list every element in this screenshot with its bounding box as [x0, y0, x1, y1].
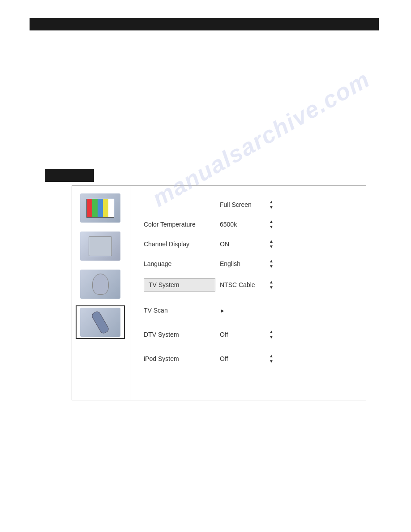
channel-display-arrows[interactable]: ▲ ▼	[269, 239, 274, 249]
fullscreen-value: Full Screen	[215, 201, 269, 208]
tv-system-label: TV System	[144, 278, 215, 292]
speaker-icon	[80, 270, 120, 299]
dtv-system-arrows[interactable]: ▲ ▼	[269, 330, 274, 339]
menu-row-language[interactable]: Language English ▲ ▼	[144, 254, 352, 274]
language-value: English	[215, 260, 269, 267]
arrow-up-icon[interactable]: ▲	[269, 330, 274, 334]
spacer-2	[144, 320, 352, 325]
language-arrows[interactable]: ▲ ▼	[269, 259, 274, 269]
arrow-up-icon[interactable]: ▲	[269, 354, 274, 358]
arrow-up-icon[interactable]: ▲	[269, 200, 274, 204]
arrow-down-icon[interactable]: ▼	[269, 225, 274, 229]
sidebar	[72, 186, 130, 400]
color-temperature-arrows[interactable]: ▲ ▼	[269, 219, 274, 229]
arrow-up-icon[interactable]: ▲	[269, 219, 274, 224]
arrow-down-icon[interactable]: ▼	[269, 264, 274, 269]
arrow-down-icon[interactable]: ▼	[269, 205, 274, 210]
content-area: Full Screen ▲ ▼ Color Temperature 6500k …	[130, 186, 366, 400]
sidebar-item-tv[interactable]	[76, 191, 125, 225]
tv-icon	[80, 193, 120, 223]
dtv-system-label: DTV System	[144, 331, 215, 338]
channel-display-value: ON	[215, 240, 269, 248]
ipod-system-arrows[interactable]: ▲ ▼	[269, 354, 274, 364]
menu-row-fullscreen[interactable]: Full Screen ▲ ▼	[144, 195, 352, 215]
menu-row-ipod-system[interactable]: iPod System Off ▲ ▼	[144, 349, 352, 369]
spacer-3	[144, 344, 352, 349]
dtv-system-value: Off	[215, 331, 269, 338]
arrow-down-icon[interactable]: ▼	[269, 335, 274, 339]
ipod-system-value: Off	[215, 355, 269, 362]
sidebar-item-remote[interactable]	[76, 305, 125, 339]
fullscreen-arrows[interactable]: ▲ ▼	[269, 200, 274, 210]
remote-icon	[80, 308, 120, 337]
arrow-down-icon[interactable]: ▼	[269, 245, 274, 249]
tv-system-arrows[interactable]: ▲ ▼	[269, 280, 274, 290]
menu-row-tv-scan[interactable]: TV Scan ►	[144, 300, 352, 320]
arrow-down-icon[interactable]: ▼	[269, 285, 274, 290]
language-label: Language	[144, 260, 215, 267]
ipod-system-label: iPod System	[144, 355, 215, 362]
tv-scan-label: TV Scan	[144, 307, 215, 314]
menu-container: Full Screen ▲ ▼ Color Temperature 6500k …	[72, 185, 366, 400]
menu-row-dtv-system[interactable]: DTV System Off ▲ ▼	[144, 325, 352, 344]
arrow-up-icon[interactable]: ▲	[269, 259, 274, 263]
channel-display-label: Channel Display	[144, 240, 215, 248]
menu-row-color-temperature[interactable]: Color Temperature 6500k ▲ ▼	[144, 215, 352, 234]
sidebar-item-speaker[interactable]	[76, 267, 125, 301]
arrow-down-icon[interactable]: ▼	[269, 359, 274, 364]
tv-scan-value: ►	[215, 307, 269, 314]
top-bar	[30, 18, 379, 30]
camera-icon	[80, 232, 120, 261]
spacer-1	[144, 296, 352, 300]
arrow-up-icon[interactable]: ▲	[269, 239, 274, 244]
menu-row-tv-system[interactable]: TV System NTSC Cable ▲ ▼	[144, 274, 352, 296]
color-temperature-value: 6500k	[215, 221, 269, 228]
tv-scan-right-arrow-icon[interactable]: ►	[220, 308, 225, 314]
color-temperature-label: Color Temperature	[144, 221, 215, 228]
sidebar-item-camera[interactable]	[76, 229, 125, 263]
tv-system-value: NTSC Cable	[215, 281, 269, 288]
menu-row-channel-display[interactable]: Channel Display ON ▲ ▼	[144, 234, 352, 254]
section-label	[45, 169, 94, 182]
arrow-up-icon[interactable]: ▲	[269, 280, 274, 284]
